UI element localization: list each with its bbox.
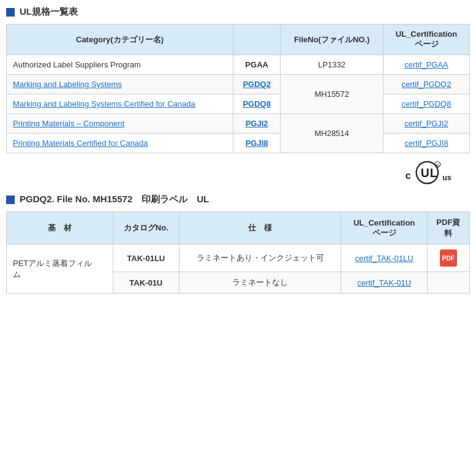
- table-row: Printing Materials Certified for Canada …: [7, 134, 470, 153]
- table-row: Authorized Label Suppliers Program PGAA …: [7, 55, 470, 75]
- cert-link-pgji8[interactable]: certif_PGJI8: [404, 139, 448, 148]
- category-link-pgdq2[interactable]: Marking and Labeling Systems: [13, 80, 122, 89]
- col-header-cert: UL_Certificationページ: [383, 25, 470, 55]
- ul-table: Category(カテゴリー名) FileNo(ファイルNO.) UL_Cert…: [6, 24, 470, 153]
- pgdq2-table: 基 材 カタログNo. 仕 様 UL_Certificationページ PDF資…: [6, 211, 470, 294]
- cert-link-tak01lu[interactable]: certif_TAK-01LU: [355, 254, 414, 263]
- cert-link-pgaa[interactable]: certif_PGAA: [404, 60, 448, 69]
- cert-cell: certif_PGJI2: [383, 114, 470, 134]
- ul-logo: c U L R us: [404, 161, 470, 185]
- cert-link-pgji2[interactable]: certif_PGJI2: [404, 119, 448, 128]
- filecode-link-pgdq2[interactable]: PGDQ2: [243, 80, 271, 89]
- cert-link-pgdq2[interactable]: certif_PGDQ2: [402, 80, 451, 89]
- fileno-cell: LP1332: [281, 55, 383, 75]
- col2-header-material: 基 材: [7, 212, 113, 245]
- catalog-cell: TAK-01LU: [113, 245, 179, 272]
- filecode-cell: PGJI2: [233, 114, 281, 134]
- pdf-cell: PDF: [427, 245, 469, 272]
- fileno-cell-mh15572: MH15572: [281, 75, 383, 114]
- category-cell: Printing Materials – Component: [7, 114, 233, 134]
- category-cell: Authorized Label Suppliers Program: [7, 55, 233, 75]
- cert-link-pgdq8[interactable]: certif_PGDQ8: [402, 99, 451, 108]
- cert-link-tak01u[interactable]: certif_TAK-01U: [357, 278, 411, 287]
- filecode-link-pgji2[interactable]: PGJI2: [246, 119, 268, 128]
- pdf-icon[interactable]: PDF: [440, 249, 457, 267]
- spec-cell: ラミネートなし: [179, 272, 341, 294]
- category-cell: Printing Materials Certified for Canada: [7, 134, 233, 153]
- table-row: Marking and Labeling Systems Certified f…: [7, 94, 470, 114]
- cert-cell: certif_PGDQ2: [383, 75, 470, 94]
- filecode-cell: PGJI8: [233, 134, 281, 153]
- col2-header-cert: UL_Certificationページ: [341, 212, 427, 245]
- section1-header: UL規格一覧表: [6, 6, 470, 18]
- ul-logo-area: c U L R us: [6, 161, 470, 185]
- section2-icon: [6, 196, 15, 204]
- catalog-cell: TAK-01U: [113, 272, 179, 294]
- fileno-cell-mh28514: MH28514: [281, 114, 383, 153]
- cert-cell: certif_PGDQ8: [383, 94, 470, 114]
- filecode-link-pgdq8[interactable]: PGDQ8: [243, 99, 271, 108]
- svg-text:us: us: [443, 173, 452, 182]
- category-link-pgdq8[interactable]: Marking and Labeling Systems Certified f…: [13, 99, 195, 108]
- svg-text:c: c: [406, 170, 411, 181]
- filecode-cell: PGDQ2: [233, 75, 281, 94]
- svg-text:R: R: [436, 164, 439, 167]
- col2-header-spec: 仕 様: [179, 212, 341, 245]
- table-row: Marking and Labeling Systems PGDQ2 MH155…: [7, 75, 470, 94]
- filecode-cell: PGAA: [233, 55, 281, 75]
- section1-title: UL規格一覧表: [20, 6, 78, 18]
- col-header-fileno: FileNo(ファイルNO.): [281, 25, 383, 55]
- material-cell: PETアルミ蒸着フィルム: [7, 245, 113, 294]
- category-link-pgji2[interactable]: Printing Materials – Component: [13, 119, 124, 128]
- col2-header-pdf: PDF資料: [427, 212, 469, 245]
- category-link-pgji8[interactable]: Printing Materials Certified for Canada: [13, 139, 148, 148]
- col-header-filecode: [233, 25, 281, 55]
- cert-cell: certif_TAK-01U: [341, 272, 427, 294]
- cert-cell: certif_PGJI8: [383, 134, 470, 153]
- filecode-link-pgji8[interactable]: PGJI8: [246, 139, 268, 148]
- col2-header-catalog: カタログNo.: [113, 212, 179, 245]
- section2-header: PGDQ2. File No. MH15572 印刷ラベル UL: [6, 194, 470, 205]
- cert-cell: certif_PGAA: [383, 55, 470, 75]
- spec-cell: ラミネートあり・インクジェット可: [179, 245, 341, 272]
- section2-title: PGDQ2. File No. MH15572 印刷ラベル UL: [20, 194, 209, 205]
- pdf-cell-empty: [427, 272, 469, 294]
- filecode-cell: PGDQ8: [233, 94, 281, 114]
- table-row: PETアルミ蒸着フィルム TAK-01LU ラミネートあり・インクジェット可 c…: [7, 245, 470, 272]
- table-row: Printing Materials – Component PGJI2 MH2…: [7, 114, 470, 134]
- category-cell: Marking and Labeling Systems: [7, 75, 233, 94]
- section1-icon: [6, 8, 15, 17]
- cert-cell: certif_TAK-01LU: [341, 245, 427, 272]
- col-header-category: Category(カテゴリー名): [7, 25, 233, 55]
- category-cell: Marking and Labeling Systems Certified f…: [7, 94, 233, 114]
- svg-text:U: U: [421, 166, 429, 180]
- svg-text:L: L: [430, 166, 437, 180]
